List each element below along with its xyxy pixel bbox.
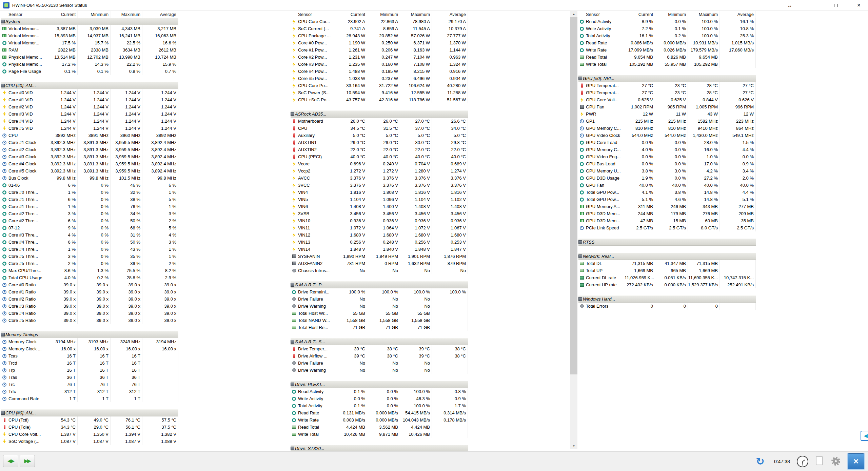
section-row[interactable]: ASRock AB35...	[291, 110, 468, 118]
sensor-row[interactable]: Core #1 Thre...6 %0 %38 %5 %	[1, 196, 178, 203]
column-header-sensor[interactable]: Sensor	[8, 11, 47, 18]
sensor-row[interactable]: Core #2 Pow...1.231 W0.247 W7.104 W0.963…	[291, 54, 468, 61]
sensor-row[interactable]: Write Activity0.0 %0.0 %46.3 %0.9 %	[291, 395, 468, 402]
sensor-row[interactable]: Read Activity8.9 %0.0 %100.0 %16.1 %	[578, 18, 756, 25]
sensor-row[interactable]: Core #4 Clock3,892.3 MHz3,891.3 MHz3,959…	[1, 160, 178, 167]
sensor-row[interactable]: Virtual Memor...17.5 %15.7 %22.5 %16.6 %	[1, 39, 178, 46]
section-row[interactable]: Drive: ST320...	[291, 445, 468, 451]
sensor-row[interactable]: GPU Temperat...27 °C23 °C28 °C27 °C	[578, 89, 756, 96]
sensor-row[interactable]: Drive WarningNoNoNo	[291, 303, 468, 310]
sensor-row[interactable]: GPU Memory U...3.8 %3.0 %4.2 %3.4 %	[578, 167, 756, 175]
sensor-row[interactable]: VIN130.256 V0.248 V0.256 V0.253 V	[291, 239, 468, 246]
sensor-row[interactable]: AVCC3.376 V3.376 V3.376 V3.376 V	[291, 175, 468, 182]
sensor-row[interactable]: Core #0 Thre...1 %0 %32 %1 %	[1, 189, 178, 196]
minimize-button[interactable]: –	[802, 0, 818, 11]
section-row[interactable]: System	[1, 18, 178, 25]
sensor-row[interactable]: CPU Core Cur...23.902 A22.863 A78.980 A2…	[291, 18, 468, 25]
sensor-row[interactable]: Trc76 T76 T76 T	[1, 381, 178, 388]
sensor-row[interactable]: Total DL71,315 MB41,347 MB71,315 MB	[578, 260, 756, 267]
sensor-row[interactable]: Core #2 Clock3,892.3 MHz3,891.3 MHz3,959…	[1, 146, 178, 153]
sensor-row[interactable]: CPU34.5 °C31.5 °C37.0 °C34.0 °C	[291, 125, 468, 132]
column-header-current[interactable]: Current	[337, 11, 367, 18]
sensor-row[interactable]: Core #2 Ratio39.0 x39.0 x39.0 x39.0 x	[1, 295, 178, 303]
copy-icon[interactable]	[816, 456, 823, 465]
scroll-down-arrow-icon[interactable]: ▼	[570, 443, 577, 449]
move-value-forward-button[interactable]: ▶▶	[20, 455, 35, 467]
vertical-scrollbar[interactable]: ▲ ▼	[570, 11, 577, 449]
sensor-row[interactable]: Core #4 Thre...6 %0 %50 %3 %	[1, 239, 178, 246]
sensor-row[interactable]: AUXTIN129.0 °C29.0 °C30.0 °C29.8 °C	[291, 139, 468, 146]
sensor-row[interactable]: Core #4 Pow...1.488 W0.195 W8.215 W0.916…	[291, 68, 468, 75]
sensor-row[interactable]: Auxiliary5.0 °C5.0 °C5.0 °C5.0 °C	[291, 132, 468, 139]
sensor-row[interactable]: Trcd16 T16 T16 T	[1, 360, 178, 367]
sensor-row[interactable]: GPU Fan1,002 RPM985 RPM1,005 RPM996 RPM	[578, 103, 756, 110]
sensor-row[interactable]: Core #4 VID1.244 V1.244 V1.244 V1.244 V	[1, 118, 178, 125]
sensor-row[interactable]: Physical Memo...17.2 %14.3 %22.2 %15.9 %	[1, 61, 178, 68]
column-header-minimum[interactable]: Minimum	[655, 11, 688, 18]
sensor-row[interactable]: Write Rate17.099 MB/s0.026 MB/s179.579 M…	[578, 46, 756, 54]
sensor-row[interactable]: Total Host Wr...55 GB55 GB55 GB	[291, 310, 468, 317]
sensor-row[interactable]: Write Total10,426 MB9,871 MB10,426 MB	[291, 431, 468, 438]
move-value-back-button[interactable]: ◀▶	[3, 455, 18, 467]
column-header-maximum[interactable]: Maximum	[111, 11, 142, 18]
column-header-current[interactable]: Current	[47, 11, 78, 18]
sensor-row[interactable]: Core #3 Thre...4 %0 %31 %4 %	[1, 231, 178, 239]
gear-icon[interactable]	[831, 457, 840, 466]
sensor-row[interactable]: Drive FailureNoNoNo	[291, 360, 468, 367]
sensor-row[interactable]: Read Total4,424 MB3,562 MB4,424 MB	[291, 424, 468, 431]
sensor-row[interactable]: CPU +SoC Po...43.757 W42.316 W118.786 W5…	[291, 96, 468, 103]
sensor-row[interactable]: Total UP1,669 MB965 MB1,669 MB	[578, 267, 756, 274]
sensor-row[interactable]: PWR12 W11 W43 W12 W	[578, 110, 756, 118]
sensor-row[interactable]: GP1215 MHz215 MHz1582 MHz223 MHz	[578, 118, 756, 125]
sensor-row[interactable]: Core #3 Ratio39.0 x39.0 x39.0 x39.0 x	[1, 303, 178, 310]
clock-icon[interactable]	[797, 456, 808, 467]
column-header-maximum[interactable]: Maximum	[688, 11, 720, 18]
sensor-row[interactable]: Total Host Re...71 GB71 GB71 GB	[291, 324, 468, 331]
sensor-row[interactable]: Core #0 Pow...1.190 W0.250 W6.371 W1.370…	[291, 39, 468, 46]
sensor-row[interactable]: GPU D3D Mem...47 MB15 MB60 MB35 MB	[578, 217, 756, 224]
sensor-row[interactable]: 3VCC3.376 V3.376 V3.376 V3.376 V	[291, 182, 468, 189]
sensor-row[interactable]: VIN41.816 V1.808 V1.816 V1.816 V	[291, 189, 468, 196]
column-header-average[interactable]: Average	[142, 11, 178, 18]
sensor-row[interactable]: 01-066 %0 %46 %6 %	[1, 182, 178, 189]
sensor-row[interactable]: Core #4 Ratio39.0 x39.0 x39.0 x39.0 x	[1, 310, 178, 317]
sensor-row[interactable]: Vccp21.272 V1.272 V1.280 V1.274 V	[291, 167, 468, 175]
column-header-average[interactable]: Average	[720, 11, 756, 18]
sensor-row[interactable]: CPU (Tctl)54.3 °C49.0 °C76.1 °C57.5 °C	[1, 416, 178, 424]
sensor-row[interactable]: GPU Bus Load0.0 %0.0 %17.0 %0.9 %	[578, 160, 756, 167]
sensor-row[interactable]: Total Activity0.1 %0.0 %100.0 %1.7 %	[291, 402, 468, 409]
sensor-row[interactable]: Chassis Intrus...NoNoNoNo	[291, 267, 468, 274]
sensor-row[interactable]: Physical Memo...13,514 MB12,702 MB13,998…	[1, 54, 178, 61]
close-button[interactable]: ×	[851, 0, 867, 11]
sensor-row[interactable]: AUXTIN222.0 °C22.0 °C22.0 °C22.0 °C	[291, 146, 468, 153]
sensor-row[interactable]: AUXFANIN2781 RPM0 RPM1,632 RPM879 RPM	[291, 260, 468, 267]
sensor-row[interactable]: Current UP rate272.402 KB/s0.000 KB/s1,5…	[578, 281, 756, 288]
sensor-row[interactable]: Motherboard26.0 °C26.0 °C27.0 °C26.6 °C	[291, 118, 468, 125]
sensor-row[interactable]: Tras36 T36 T36 T	[1, 374, 178, 381]
sensor-row[interactable]: VIN51.104 V1.096 V1.104 V1.102 V	[291, 196, 468, 203]
section-row[interactable]: S.M.A.R.T.: S...	[291, 338, 468, 345]
section-row[interactable]: Memory Timings	[1, 331, 178, 338]
sensor-row[interactable]: Drive WarningNoNoNo	[291, 367, 468, 374]
sensor-row[interactable]: Drive Temper...39 °C38 °C39 °C38 °C	[291, 345, 468, 352]
sensor-row[interactable]: Core #2 VID1.244 V1.244 V1.244 V1.244 V	[1, 103, 178, 110]
sensor-row[interactable]: GPU Memory A...311 MB246 MB343 MB277 MB	[578, 203, 756, 210]
scrollbar-thumb[interactable]	[570, 17, 577, 374]
sensor-row[interactable]: CPU Package ...28.943 W20.852 W57.026 W2…	[291, 32, 468, 39]
sensor-row[interactable]: GPU D3D Mem...244 MB179 MB276 MB209 MB	[578, 210, 756, 217]
column-header-average[interactable]: Average	[432, 11, 468, 18]
sensor-row[interactable]: Drive Remaini...100.0 %100.0 %100.0 %100…	[291, 288, 468, 295]
sensor-row[interactable]: Total GPU Pow...4.1 %3.8 %14.8 %4.4 %	[578, 189, 756, 196]
close-sensors-button[interactable]: ×	[848, 453, 864, 469]
sensor-row[interactable]: Drive FailureNoNoNo	[291, 295, 468, 303]
sensor-row[interactable]: VIN121.680 V1.680 V1.680 V1.680 V	[291, 231, 468, 239]
sensor-row[interactable]: GPU Video Clock544.0 MHz544.0 MHz1,430.0…	[578, 132, 756, 139]
section-row[interactable]: Network: Real...	[578, 253, 756, 260]
sensor-row[interactable]: VIN100.936 V0.936 V0.936 V0.936 V	[291, 217, 468, 224]
section-row[interactable]: Windows Hard...	[578, 295, 756, 303]
sensor-row[interactable]: Trfc312 T312 T312 T	[1, 388, 178, 395]
sensor-row[interactable]: Core #3 Pow...1.235 W0.160 W7.108 W1.324…	[291, 61, 468, 68]
sensor-row[interactable]: 07-129 %0 %68 %5 %	[1, 224, 178, 231]
sensor-row[interactable]: Core #3 VID1.244 V1.244 V1.244 V1.244 V	[1, 110, 178, 118]
sensor-row[interactable]: GPU Fan40.0 %40.0 %40.0 %40.0 %	[578, 182, 756, 189]
